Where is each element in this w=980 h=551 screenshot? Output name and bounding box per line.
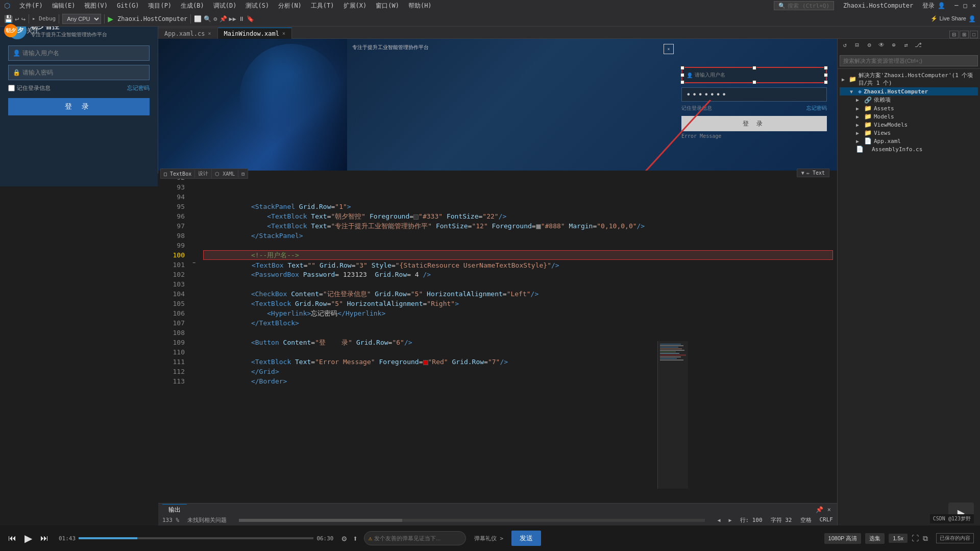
toolbar-icon-6[interactable]: ⏸ [238,15,244,22]
output-tab[interactable]: 输出 [162,504,187,515]
menu-item-extensions[interactable]: 扩展(X) [339,1,371,11]
tab-app-xaml-cs[interactable]: App.xaml.cs × [158,28,218,39]
fullscreen-icon[interactable]: ⛶ [912,534,919,542]
follow-button[interactable]: + 关注 [19,27,39,35]
toolbar-icon-save[interactable]: 💾 [4,15,13,23]
toolbar-icon-undo[interactable]: ↩ [15,15,19,23]
menu-item-project[interactable]: 项目(P) [144,1,176,11]
cpu-selector[interactable]: Any CPU [62,14,101,24]
scroll-left-btn[interactable]: ◀ [717,517,720,523]
menu-item-debug[interactable]: 调试(D) [209,1,241,11]
danmu-input[interactable] [374,535,456,541]
design-toggle-btn[interactable]: 设计 [195,169,212,178]
menu-item-help[interactable]: 帮助(H) [404,1,436,11]
toolbar-icon-1[interactable]: ⬜ [194,15,202,22]
preview-login-btn[interactable]: 登 录 [681,116,827,131]
code-lines-container[interactable]: <StackPanel Grid.Row="1"> <TextBlock Tex… [199,171,837,525]
share-social-icon[interactable]: ⬆ [353,534,358,543]
unsplit-btn[interactable]: □ [970,31,978,38]
menu-item-git[interactable]: Git(G) [113,1,143,10]
split-horizontal-btn[interactable]: ⊟ [949,31,959,38]
asm-icon: 📄 [856,146,864,153]
username-input-preview[interactable]: 👤 请输入用户名 [8,45,150,61]
menu-item-view[interactable]: 视图(V) [80,1,112,11]
speed-btn[interactable]: 1.5x [889,534,908,543]
preview-password-input[interactable]: ••••••• [681,87,827,102]
se-search-input[interactable] [840,55,978,66]
preview-username-input[interactable]: 👤 请输入用户名 [681,67,827,83]
collection-btn[interactable]: 选集 [865,533,885,544]
handle-mr [824,73,828,77]
password-input-preview[interactable]: 🔒 请输入密码 [8,65,150,80]
ln-103: 103 [162,279,185,289]
play-button[interactable]: ▶ [108,13,113,24]
se-search-area [838,53,980,69]
menu-item-build[interactable]: 生成(B) [177,1,208,11]
tree-item-models[interactable]: ▶ 📁 Models [840,112,978,121]
video-prev-btn[interactable]: ⏮ [6,532,18,545]
tree-item-views[interactable]: ▶ 📁 Views [840,129,978,137]
tab-mainwindow-xaml[interactable]: MainWindow.xaml × [218,28,292,39]
tree-item-assets[interactable]: ▶ 📁 Assets [840,104,978,112]
preview-close-icon[interactable]: × [664,44,674,54]
se-refresh-btn[interactable]: ↺ [840,40,850,50]
toolbar-icon-7[interactable]: 🔖 [247,15,254,22]
fold-104[interactable]: − [189,258,199,268]
login-button-preview[interactable]: 登 录 [8,98,150,115]
editor-tabs: App.xaml.cs × MainWindow.xaml × ⊟ ⊞ □ [158,27,980,39]
toolbar-icon-3[interactable]: ⚙ [213,15,217,22]
menu-item-window[interactable]: 窗口(W) [372,1,403,11]
preview-forgot-label[interactable]: 忘记密码 [806,105,827,112]
close-btn[interactable]: × [972,2,976,9]
praise-label[interactable]: 弹幕礼仪 > [474,535,503,542]
tree-item-viewmodels[interactable]: ▶ 📁 ViewModels [840,121,978,129]
menu-item-edit[interactable]: 编辑(E) [48,1,80,11]
video-right-area: 1080P 高清 选集 1.5x ⛶ ⧉ [824,533,928,544]
solution-root[interactable]: ▶ 📁 解决方案'Zhaoxi.HostComputer'(1 个项目/共 1 … [840,71,978,87]
quality-btn[interactable]: 1080P 高清 [824,533,862,544]
split-vertical-btn[interactable]: ⊞ [960,31,969,38]
menu-item-test[interactable]: 测试(S) [241,1,273,11]
remember-label[interactable]: 记住登录信息 [8,84,51,92]
tab-close-main[interactable]: × [282,31,285,36]
minimize-btn[interactable]: ─ [954,2,958,9]
live-share-button[interactable]: ⚡ Live Share [930,15,966,22]
split-toggle-btn[interactable]: ⊟ [238,170,248,178]
video-progress-bar[interactable] [79,537,313,539]
se-sync-btn[interactable]: ⇄ [901,40,911,50]
se-properties-btn[interactable]: ⚙ [864,40,874,50]
menu-item-tools[interactable]: 工具(T) [307,1,338,11]
save-content-label[interactable]: 已保存的内容 [936,533,974,543]
output-pin-btn[interactable]: 📌 [814,506,825,513]
scroll-right-btn[interactable]: ▶ [728,517,731,523]
toolbar-icon-2[interactable]: 🔍 [204,15,211,22]
toolbar-icon-redo[interactable]: ↪ [21,15,25,23]
send-button[interactable]: 发送 [511,531,541,546]
debug-config-label: ▸ Debug [32,15,56,22]
toolbar-icon-4[interactable]: 📌 [219,15,227,22]
pip-icon[interactable]: ⧉ [923,534,928,543]
se-git-btn[interactable]: ⎇ [913,40,923,50]
tree-item-assemblyinfo[interactable]: 📄 AssemblyInfo.cs [840,145,978,153]
settings-icon[interactable]: ⚙ [342,534,347,543]
xaml-toggle-btn[interactable]: ⬡ XAML [212,170,238,178]
menu-item-file[interactable]: 文件(F) [15,1,47,11]
maximize-btn[interactable]: □ [964,2,967,9]
project-root[interactable]: ▼ ◆ Zhaoxi.HostComputer [840,87,978,95]
se-filter-btn[interactable]: ⊕ [889,40,899,50]
tab-close-app[interactable]: × [208,31,211,36]
toolbar-icon-5[interactable]: ▶▶ [229,15,236,22]
tree-item-app-xaml[interactable]: ▶ 📄 App.xaml [840,137,978,145]
search-box[interactable]: 🔍 搜索 (Ctrl+Q) [774,1,834,10]
video-play-btn[interactable]: ▶ [22,530,34,546]
tree-item-dependencies[interactable]: ▶ 🔗 依赖项 [840,95,978,104]
forgot-password-link[interactable]: 忘记密码 [127,84,150,92]
se-preview-btn[interactable]: 👁 [876,40,887,50]
output-close-btn[interactable]: × [825,506,833,513]
login-label[interactable]: 登录 [922,2,935,10]
remember-checkbox[interactable] [8,85,15,91]
video-next-btn[interactable]: ⏭ [38,532,51,545]
se-collapse-btn[interactable]: ⊟ [852,40,862,50]
horizontal-scrollbar[interactable] [239,519,705,522]
menu-item-analyze[interactable]: 分析(N) [274,1,306,11]
